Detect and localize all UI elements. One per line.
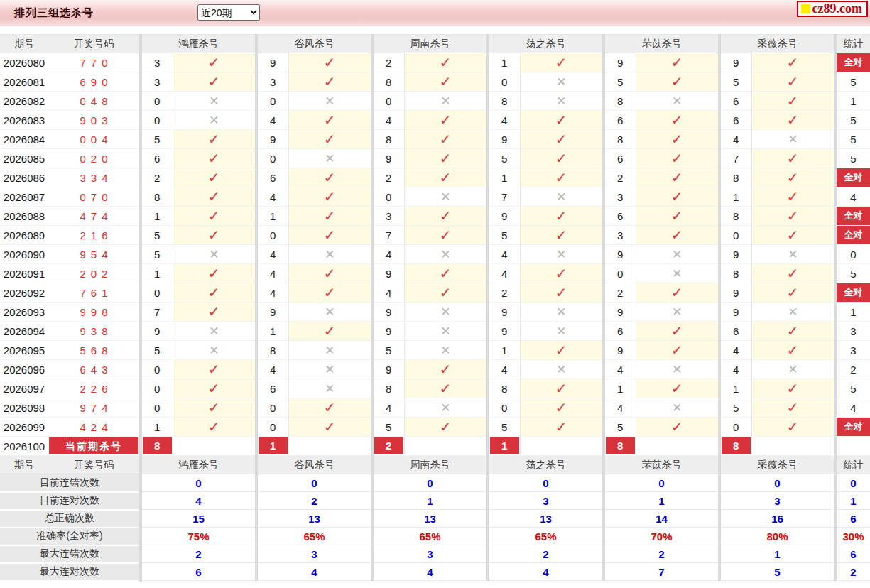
kill-number-cell: 0 [141, 283, 173, 303]
cz89-logo[interactable]: cz89.com [797, 1, 868, 17]
check-icon: ✓ [787, 54, 799, 71]
stats-row: 最大连错次数2332216 [0, 545, 870, 563]
kill-number-cell: 4 [256, 187, 288, 207]
header-row: 期号开奖号码鸿雁杀号谷风杀号周南杀号荡之杀号芣苡杀号采薇杀号统计 [0, 456, 870, 474]
winning-number-cell: 216 [48, 226, 141, 245]
check-icon: ✓ [208, 188, 220, 205]
kill-number-cell: 0 [141, 379, 173, 398]
mark-cell: ✕ [288, 92, 372, 111]
current-period-cell: 2026100 [0, 437, 48, 456]
kill-number-cell: 4 [488, 245, 520, 264]
check-icon: ✓ [555, 111, 567, 129]
check-icon: ✓ [671, 418, 683, 435]
mark-cell: ✕ [751, 245, 835, 264]
stat-cell: 5 [835, 111, 870, 130]
check-icon: ✓ [555, 342, 567, 359]
check-icon: ✓ [440, 54, 452, 71]
kill-number-cell: 9 [488, 303, 520, 322]
stats-value-cell: 13 [372, 510, 488, 528]
mark-cell: ✕ [404, 398, 488, 418]
period-cell: 2026080 [0, 53, 48, 72]
mark-cell: ✕ [636, 264, 719, 283]
header-expert-1: 谷风杀号 [256, 456, 372, 474]
check-icon: ✓ [787, 342, 799, 359]
check-icon: ✓ [787, 111, 799, 129]
winning-number-cell: 903 [48, 111, 141, 130]
mark-cell: ✓ [636, 226, 719, 245]
mark-cell: ✕ [288, 303, 372, 322]
cross-icon: ✕ [788, 305, 798, 319]
check-icon: ✓ [787, 399, 799, 416]
winning-number-cell: 938 [48, 322, 141, 341]
winning-number-cell: 334 [48, 168, 141, 187]
mark-cell: ✓ [751, 72, 835, 92]
mark-cell: ✓ [751, 168, 835, 187]
stats-label-cell: 最大连错次数 [0, 545, 141, 563]
check-icon: ✓ [324, 111, 336, 129]
stats-value-cell: 0 [256, 474, 372, 492]
check-icon: ✓ [671, 188, 683, 205]
cross-icon: ✕ [440, 190, 450, 204]
cross-icon: ✕ [672, 94, 682, 108]
check-icon: ✓ [671, 227, 683, 244]
current-kill-cell: 8 [141, 437, 173, 456]
mark-cell: ✕ [520, 92, 604, 111]
check-icon: ✓ [324, 227, 336, 244]
winning-number-cell: 424 [48, 418, 141, 437]
stat-cell: 全对 [835, 207, 870, 226]
mark-cell: ✕ [404, 245, 488, 264]
stats-value-cell: 4 [488, 563, 604, 581]
check-icon: ✓ [671, 111, 683, 129]
header-expert-3: 荡之杀号 [488, 456, 604, 474]
stats-label-cell: 准确率(全对率) [0, 528, 141, 545]
cross-icon: ✕ [556, 324, 566, 338]
mark-cell: ✓ [288, 72, 372, 92]
kill-number-cell: 8 [372, 130, 404, 149]
mark-cell: ✓ [636, 379, 719, 398]
mark-cell: ✓ [288, 130, 372, 149]
kill-number-cell: 5 [488, 149, 520, 168]
period-cell: 2026087 [0, 187, 48, 207]
header-expert-3: 荡之杀号 [488, 35, 604, 53]
mark-cell: ✓ [520, 111, 604, 130]
winning-number-cell: 690 [48, 72, 141, 92]
kill-number-cell: 0 [141, 111, 173, 130]
cross-icon: ✕ [209, 113, 219, 127]
kill-number-cell: 5 [141, 245, 173, 264]
winning-number-cell: 474 [48, 207, 141, 226]
check-icon: ✓ [787, 92, 799, 109]
kill-number-cell: 0 [372, 187, 404, 207]
kill-number-cell: 4 [256, 283, 288, 303]
header-expert-0: 鸿雁杀号 [141, 456, 256, 474]
winning-number-cell: 643 [48, 360, 141, 379]
stats-total-cell: 2 [835, 563, 870, 581]
mark-cell: ✓ [636, 283, 719, 303]
check-icon: ✓ [671, 73, 683, 90]
stats-row: 目前连错次数0000000 [0, 474, 870, 492]
stats-value-cell: 2 [604, 545, 719, 563]
period-range-select[interactable]: 近20期 [197, 4, 260, 21]
mark-cell: ✓ [173, 360, 256, 379]
check-icon: ✓ [787, 73, 799, 90]
mark-cell: ✕ [520, 322, 604, 341]
check-icon: ✓ [555, 399, 567, 416]
check-icon: ✓ [440, 111, 452, 129]
stat-cell: 3 [835, 322, 870, 341]
stat-cell: 4 [835, 187, 870, 207]
kill-number-cell: 3 [141, 53, 173, 72]
mark-cell: ✕ [288, 379, 372, 398]
stat-cell: 0 [835, 245, 870, 264]
check-icon: ✓ [555, 54, 567, 71]
stat-cell: 全对 [835, 168, 870, 187]
mark-cell: ✓ [173, 264, 256, 283]
mark-cell: ✓ [173, 226, 256, 245]
mark-cell: ✓ [520, 149, 604, 168]
mark-cell: ✕ [288, 149, 372, 168]
mark-cell: ✓ [288, 418, 372, 437]
mark-cell: ✓ [520, 418, 604, 437]
stats-value-cell: 0 [719, 474, 835, 492]
stats-label-cell: 最大连对次数 [0, 563, 141, 581]
kill-number-cell: 3 [604, 226, 636, 245]
kill-number-cell: 0 [256, 398, 288, 418]
page: 排列三组选杀号 近20期 cz89.com 期号开奖号码鸿雁杀号谷风杀号周南杀号… [0, 0, 870, 588]
